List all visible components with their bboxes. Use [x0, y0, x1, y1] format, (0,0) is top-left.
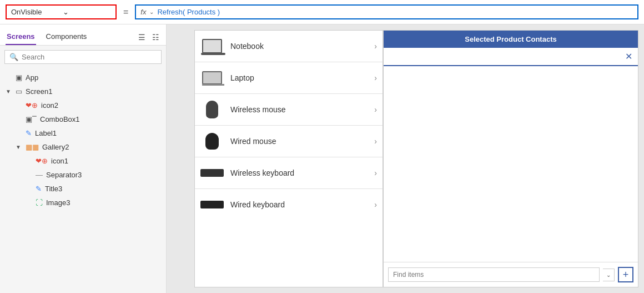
gallery-item-wireless-mouse[interactable]: Wireless mouse›	[195, 94, 383, 126]
tree-label-title3: Title3	[45, 185, 160, 193]
equals-sign: =	[121, 7, 130, 17]
tree-item-icon1[interactable]: ❤⊕icon1	[0, 154, 166, 168]
tree-label-app: App	[26, 73, 160, 82]
gallery-item-img-wireless-keyboard	[200, 164, 224, 182]
tree-item-gallery2[interactable]: ▼▦▦Gallery2	[0, 140, 166, 154]
sidebar: Screens Components ☰ ☷ 🔍 ▣App▼▭Screen1❤⊕…	[0, 24, 167, 293]
gallery-item-wired-mouse[interactable]: Wired mouse›	[195, 126, 383, 157]
gallery-item-arrow-laptop: ›	[374, 73, 377, 82]
tree-item-title3[interactable]: ✎Title3	[0, 182, 166, 196]
right-panel-title: Selected Product Contacts	[384, 31, 638, 48]
fx-chevron: ⌄	[149, 9, 154, 15]
tree-label-separator3: Separator3	[46, 171, 160, 179]
search-input[interactable]	[22, 53, 157, 61]
content-area: Notebook›Laptop›Wireless mouse›Wired mou…	[167, 24, 644, 293]
gallery-item-img-wired-keyboard	[200, 196, 224, 213]
gallery-item-label-notebook: Notebook	[230, 42, 368, 51]
screen-tree-icon: ▭	[16, 87, 22, 96]
right-panel: Selected Product Contacts ✕ ⌄ +	[383, 30, 638, 287]
tree-label-combobox1: ComboBox1	[40, 115, 160, 123]
gallery-item-arrow-wired-mouse: ›	[374, 137, 377, 146]
wired-mouse-image	[205, 133, 219, 150]
gallery-list: Notebook›Laptop›Wireless mouse›Wired mou…	[194, 30, 383, 287]
combobox-tree-icon: ▣⎺	[26, 115, 37, 123]
gallery-item-notebook[interactable]: Notebook›	[195, 31, 383, 62]
tree-area: ▣App▼▭Screen1❤⊕icon2▣⎺ComboBox1✎Label1▼▦…	[0, 68, 166, 293]
image-tree-icon: ⛶	[36, 198, 43, 207]
gallery-item-label-wireless-keyboard: Wireless keyboard	[230, 168, 368, 177]
find-items-input[interactable]	[388, 267, 600, 282]
gallery-item-img-wired-mouse	[200, 132, 224, 150]
gallery-item-img-wireless-mouse	[200, 101, 224, 118]
gallery-item-wireless-keyboard[interactable]: Wireless keyboard›	[195, 157, 383, 189]
tree-label-screen1: Screen1	[26, 87, 160, 96]
tree-label-icon1: icon1	[51, 157, 160, 165]
gallery-item-img-laptop	[200, 69, 224, 87]
title-tree-icon: ✎	[36, 185, 42, 193]
gallery-tree-icon: ▦▦	[26, 143, 39, 151]
tree-label-image3: Image3	[46, 198, 160, 207]
laptop-image	[202, 71, 222, 85]
gallery-item-arrow-wireless-keyboard: ›	[374, 168, 377, 177]
wireless-mouse-image	[206, 101, 218, 118]
find-items-chevron[interactable]: ⌄	[603, 269, 615, 281]
notebook-image	[202, 39, 222, 53]
tab-screens[interactable]: Screens	[6, 29, 36, 45]
tree-item-separator3[interactable]: ―Separator3	[0, 168, 166, 182]
separator-tree-icon: ―	[36, 171, 43, 179]
list-view-icon[interactable]: ☰	[137, 32, 147, 43]
event-dropdown-label: OnVisible	[11, 8, 59, 16]
tree-label-label1: Label1	[35, 129, 160, 137]
tree-item-label1[interactable]: ✎Label1	[0, 126, 166, 140]
gallery-item-arrow-wired-keyboard: ›	[374, 200, 377, 209]
gallery-item-label-laptop: Laptop	[230, 73, 368, 82]
tree-label-icon2: icon2	[41, 101, 160, 110]
label-tree-icon: ✎	[26, 129, 32, 137]
icon1-tree-icon: ❤⊕	[36, 157, 48, 165]
gallery-item-label-wired-keyboard: Wired keyboard	[230, 200, 368, 209]
event-dropdown-chevron: ⌄	[63, 8, 111, 16]
gallery-item-wired-keyboard[interactable]: Wired keyboard›	[195, 189, 383, 220]
fx-icon: fx	[140, 8, 146, 16]
tree-label-gallery2: Gallery2	[42, 143, 160, 151]
gallery-item-laptop[interactable]: Laptop›	[195, 62, 383, 94]
tree-item-combobox1[interactable]: ▣⎺ComboBox1	[0, 112, 166, 126]
tree-item-icon2[interactable]: ❤⊕icon2	[0, 98, 166, 112]
formula-text: Refresh( Products )	[157, 8, 220, 16]
gallery-item-img-notebook	[200, 37, 224, 55]
wireless-keyboard-image	[200, 169, 224, 177]
top-bar: OnVisible ⌄ = fx ⌄ Refresh( Products )	[0, 0, 644, 24]
tree-arrow-gallery2: ▼	[16, 144, 22, 150]
icon2-tree-icon: ❤⊕	[26, 101, 38, 110]
sidebar-tabs: Screens Components ☰ ☷	[0, 24, 166, 46]
tree-item-screen1[interactable]: ▼▭Screen1	[0, 85, 166, 98]
gallery-item-arrow-wireless-mouse: ›	[374, 105, 377, 114]
sidebar-tab-icons: ☰ ☷	[137, 32, 160, 43]
tree-item-app[interactable]: ▣App	[0, 71, 166, 85]
tab-components[interactable]: Components	[45, 29, 88, 45]
right-panel-footer: ⌄ +	[384, 262, 638, 287]
formula-bar[interactable]: fx ⌄ Refresh( Products )	[135, 4, 638, 19]
gallery-item-label-wired-mouse: Wired mouse	[230, 137, 368, 146]
right-panel-body	[384, 66, 638, 262]
tree-arrow-screen1: ▼	[6, 88, 12, 95]
app-tree-icon: ▣	[16, 73, 22, 82]
gallery-item-arrow-notebook: ›	[374, 42, 377, 51]
search-box: 🔍	[4, 50, 162, 64]
gallery-item-label-wireless-mouse: Wireless mouse	[230, 105, 368, 114]
add-button[interactable]: +	[618, 267, 633, 282]
close-row: ✕	[384, 48, 638, 66]
main-layout: Screens Components ☰ ☷ 🔍 ▣App▼▭Screen1❤⊕…	[0, 24, 644, 293]
grid-view-icon[interactable]: ☷	[151, 32, 160, 43]
wired-keyboard-image	[200, 201, 224, 208]
close-button[interactable]: ✕	[625, 51, 632, 62]
tree-item-image3[interactable]: ⛶Image3	[0, 196, 166, 210]
event-dropdown[interactable]: OnVisible ⌄	[6, 4, 117, 19]
search-icon: 🔍	[9, 53, 18, 61]
